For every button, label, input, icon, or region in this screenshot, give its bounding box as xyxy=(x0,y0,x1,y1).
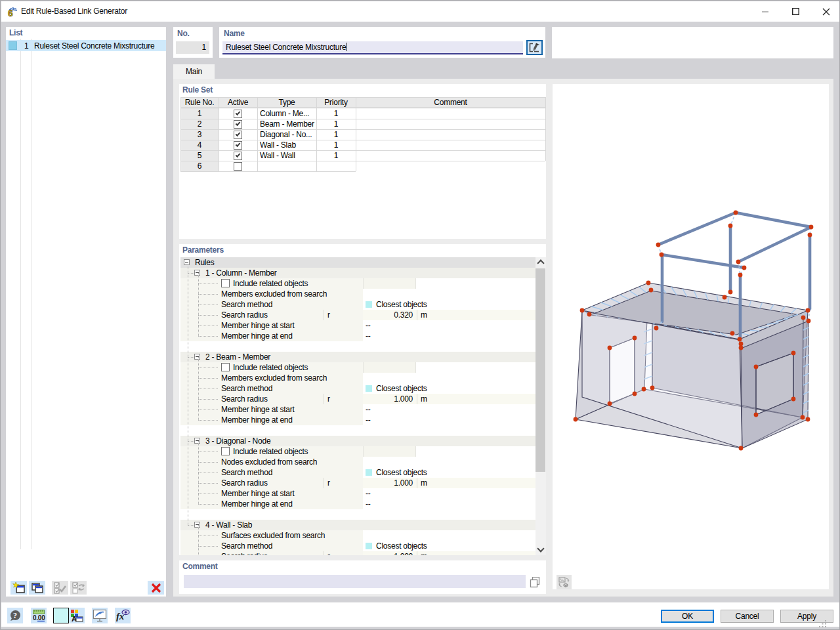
checkbox-checked[interactable] xyxy=(234,110,242,118)
parameters-tree[interactable]: Rules1 - Column - MemberInclude related … xyxy=(180,257,546,555)
tree-param-row[interactable]: Search radiusr1.000m xyxy=(180,551,536,555)
rule-cell-comment[interactable] xyxy=(356,119,545,129)
rule-cell-priority[interactable]: 1 xyxy=(316,129,356,140)
rule-cell-type[interactable]: Diagonal - No... xyxy=(257,129,316,140)
comment-copy-button[interactable] xyxy=(528,575,542,589)
check-mark xyxy=(236,142,241,147)
tree-group-header[interactable]: 3 - Diagonal - Node xyxy=(180,436,536,446)
rule-cell-priority[interactable]: 1 xyxy=(316,150,356,161)
structure-node xyxy=(728,290,733,295)
tree-group-header[interactable]: 4 - Wall - Slab xyxy=(180,520,536,530)
color-swatch-button[interactable] xyxy=(53,608,69,623)
tree-row-rules[interactable]: Rules xyxy=(180,257,536,268)
tab-main[interactable]: Main xyxy=(173,64,215,79)
collapse-icon[interactable] xyxy=(194,522,200,528)
checkbox-checked[interactable] xyxy=(234,120,242,129)
rule-cell-type[interactable]: Column - Me... xyxy=(257,108,316,119)
formula-visibility-button[interactable]: fx xyxy=(115,608,131,623)
tree-param-row[interactable]: Surfaces excluded from search xyxy=(180,530,536,541)
delete-item-button[interactable] xyxy=(148,581,164,595)
tree-param-row[interactable]: Search methodClosest objects xyxy=(180,383,536,394)
model-viewport[interactable] xyxy=(553,84,829,589)
rule-cell-priority[interactable]: 1 xyxy=(316,140,356,150)
cancel-button[interactable]: Cancel xyxy=(721,610,774,623)
tree-param-row[interactable]: Member hinge at start-- xyxy=(180,320,536,331)
scroll-up-icon[interactable] xyxy=(537,259,544,266)
tree-param-row[interactable]: Search radiusr1.000m xyxy=(180,394,536,404)
name-input[interactable]: Ruleset Steel Concrete Mixstructure xyxy=(222,41,523,54)
rule-cell-priority[interactable]: 1 xyxy=(316,108,356,119)
tree-param-row[interactable]: Include related objects xyxy=(180,446,536,457)
minimize-button[interactable] xyxy=(751,1,780,22)
tree-param-row[interactable]: Member hinge at end-- xyxy=(180,415,536,425)
viewport-render-button[interactable] xyxy=(556,575,572,589)
collapse-icon[interactable] xyxy=(194,270,200,276)
new-item-button[interactable] xyxy=(10,581,27,595)
checkbox-unchecked[interactable] xyxy=(221,447,230,455)
tree-param-row[interactable]: Search methodClosest objects xyxy=(180,541,536,551)
tree-param-row[interactable]: Search methodClosest objects xyxy=(180,467,536,478)
parameters-scrollbar[interactable] xyxy=(536,257,546,555)
checkbox-checked[interactable] xyxy=(234,152,242,160)
rule-cell-type[interactable]: Wall - Slab xyxy=(257,140,316,150)
tree-param-row[interactable]: Member hinge at start-- xyxy=(180,488,536,499)
tree-param-row[interactable]: Member hinge at end-- xyxy=(180,331,536,341)
tree-param-row[interactable]: Search radiusr0.320m xyxy=(180,310,536,320)
tree-param-row[interactable]: Search methodClosest objects xyxy=(180,299,536,310)
structure-node xyxy=(738,273,743,278)
resize-grip[interactable] xyxy=(818,620,827,628)
maximize-button[interactable] xyxy=(781,1,810,22)
rule-cell-comment[interactable] xyxy=(356,140,545,150)
rule-cell-comment[interactable] xyxy=(356,161,545,171)
rule-cell-active[interactable] xyxy=(219,108,257,119)
rule-cell-comment[interactable] xyxy=(356,108,545,119)
tree-param-row[interactable]: Members excluded from search xyxy=(180,289,536,299)
collapse-icon[interactable] xyxy=(194,354,200,360)
units-button[interactable]: 0.00 xyxy=(31,608,47,623)
tree-param-row[interactable]: Member hinge at end-- xyxy=(180,499,536,509)
tree-group-header[interactable]: 1 - Column - Member xyxy=(180,268,536,278)
comment-input[interactable] xyxy=(184,575,526,588)
rule-cell-active[interactable] xyxy=(219,119,257,129)
rule-cell-comment[interactable] xyxy=(356,129,545,140)
edit-name-button[interactable] xyxy=(526,40,543,55)
checkbox-unchecked[interactable] xyxy=(221,279,230,287)
rule-cell-type[interactable]: Wall - Wall xyxy=(257,150,316,161)
close-button[interactable] xyxy=(811,1,840,22)
rule-cell-active[interactable] xyxy=(219,140,257,150)
rule-cell-type[interactable]: Beam - Member xyxy=(257,119,316,129)
rule-cell-type[interactable] xyxy=(257,161,316,171)
tree-param-row[interactable]: Include related objects xyxy=(180,278,536,289)
tree-param-row[interactable]: Members excluded from search xyxy=(180,373,536,383)
help-button[interactable]: ? xyxy=(7,608,23,623)
rule-cell-priority[interactable] xyxy=(316,161,356,171)
new-item-icon xyxy=(12,582,26,594)
display-options-button[interactable]: A xyxy=(69,608,85,623)
rendering-button[interactable] xyxy=(92,608,108,623)
tree-param-row[interactable]: Include related objects xyxy=(180,362,536,373)
rule-set-table[interactable]: Rule No.ActiveTypePriorityComment1Column… xyxy=(180,97,545,172)
tree-param-row[interactable]: Member hinge at start-- xyxy=(180,404,536,415)
copy-item-button[interactable] xyxy=(29,581,45,595)
ok-button[interactable]: OK xyxy=(661,610,714,623)
tree-group-header[interactable]: 2 - Beam - Member xyxy=(180,352,536,362)
rule-cell-active[interactable] xyxy=(219,161,257,171)
check-items-button[interactable] xyxy=(52,581,68,595)
rule-cell-comment[interactable] xyxy=(356,150,545,161)
checkbox-checked[interactable] xyxy=(234,141,242,150)
rule-cell-active[interactable] xyxy=(219,129,257,140)
tree-param-row[interactable]: Nodes excluded from search xyxy=(180,457,536,467)
scroll-down-icon[interactable] xyxy=(537,545,544,552)
checkbox-checked[interactable] xyxy=(234,131,242,139)
param-label: Nodes excluded from search xyxy=(221,457,317,467)
rule-cell-active[interactable] xyxy=(219,150,257,161)
sync-items-button[interactable] xyxy=(70,581,87,595)
collapse-icon[interactable] xyxy=(194,438,200,444)
collapse-icon[interactable] xyxy=(184,259,190,265)
rule-cell-priority[interactable]: 1 xyxy=(316,119,356,129)
list-item-selected[interactable]: 1 Ruleset Steel Concrete Mixstructure xyxy=(6,40,166,51)
tree-param-row[interactable]: Search radiusr1.000m xyxy=(180,478,536,488)
scrollbar-thumb[interactable] xyxy=(536,268,545,472)
checkbox-unchecked[interactable] xyxy=(221,363,230,371)
checkbox-unchecked[interactable] xyxy=(234,162,242,171)
